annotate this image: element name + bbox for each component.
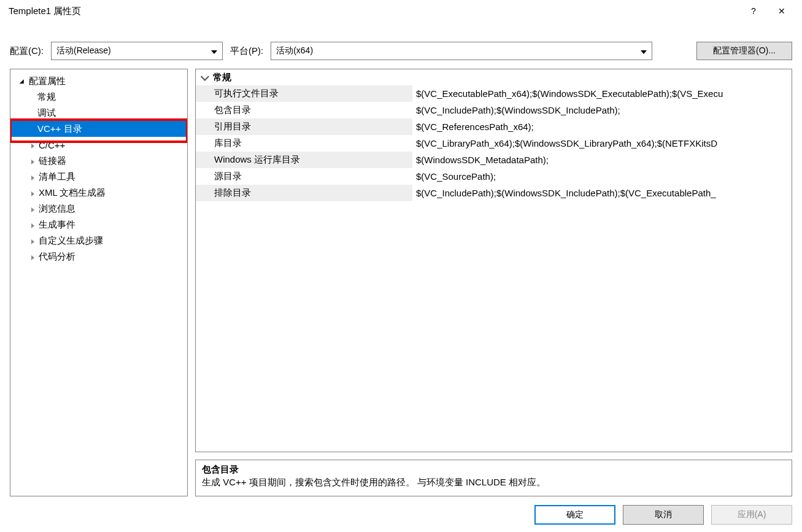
triangle-closed-icon bbox=[28, 236, 37, 246]
config-dropdown[interactable]: 活动(Release) bbox=[51, 42, 223, 60]
right-column: 常规 可执行文件目录 $(VC_ExecutablePath_x64);$(Wi… bbox=[195, 69, 792, 496]
prop-label: 引用目录 bbox=[196, 118, 412, 135]
description-panel: 包含目录 生成 VC++ 项目期间，搜索包含文件时使用的路径。 与环境变量 IN… bbox=[195, 460, 792, 496]
prop-label: 可执行文件目录 bbox=[196, 85, 412, 102]
tree-item-manifest-tool[interactable]: 清单工具 bbox=[10, 169, 187, 185]
tree-item-vcpp-directories[interactable]: VC++ 目录 bbox=[10, 121, 187, 137]
tree-item-label: C/C++ bbox=[39, 140, 65, 150]
tree-item-label: 调试 bbox=[37, 107, 56, 119]
ok-button[interactable]: 确定 bbox=[534, 505, 615, 525]
prop-value[interactable]: $(VC_ReferencesPath_x64); bbox=[412, 118, 792, 135]
dialog-button-row: 确定 取消 应用(A) bbox=[0, 503, 802, 532]
tree-item-label: 浏览信息 bbox=[39, 203, 75, 215]
platform-label: 平台(P): bbox=[230, 45, 263, 57]
tree-item-custom-build-step[interactable]: 自定义生成步骤 bbox=[10, 233, 187, 249]
prop-value[interactable]: $(VC_IncludePath);$(WindowsSDK_IncludePa… bbox=[412, 102, 792, 118]
config-manager-button[interactable]: 配置管理器(O)... bbox=[696, 42, 792, 60]
triangle-closed-icon bbox=[28, 140, 37, 150]
prop-value[interactable]: $(VC_IncludePath);$(WindowsSDK_IncludePa… bbox=[412, 185, 792, 201]
tree-item-browse-info[interactable]: 浏览信息 bbox=[10, 201, 187, 217]
tree-item-xml-doc-generator[interactable]: XML 文档生成器 bbox=[10, 185, 187, 201]
prop-label: 源目录 bbox=[196, 168, 412, 185]
prop-label: 库目录 bbox=[196, 135, 412, 152]
triangle-closed-icon bbox=[28, 156, 37, 166]
config-label: 配置(C): bbox=[10, 45, 44, 57]
triangle-closed-icon bbox=[28, 172, 37, 182]
title-bar: Templete1 属性页 ? ✕ bbox=[0, 0, 802, 22]
prop-row-winrt-dirs[interactable]: Windows 运行库目录 $(WindowsSDK_MetadataPath)… bbox=[196, 152, 792, 168]
tree-root-config-properties[interactable]: 配置属性 bbox=[10, 73, 187, 89]
tree-item-code-analysis[interactable]: 代码分析 bbox=[10, 249, 187, 264]
tree-item-label: 代码分析 bbox=[39, 251, 75, 263]
prop-row-source-dirs[interactable]: 源目录 $(VC_SourcePath); bbox=[196, 168, 792, 185]
tree-root-label: 配置属性 bbox=[29, 75, 66, 87]
prop-label: 包含目录 bbox=[196, 102, 412, 118]
window-title: Templete1 属性页 bbox=[9, 6, 739, 17]
cancel-button[interactable]: 取消 bbox=[623, 505, 704, 525]
chevron-down-icon bbox=[207, 46, 217, 56]
close-button[interactable]: ✕ bbox=[768, 0, 796, 22]
triangle-closed-icon bbox=[28, 252, 37, 262]
content-split: 配置属性 常规 调试 VC++ 目录 C/C++ 链接器 清单工具 bbox=[10, 69, 792, 496]
prop-row-reference-dirs[interactable]: 引用目录 $(VC_ReferencesPath_x64); bbox=[196, 118, 792, 135]
property-group-label: 常规 bbox=[213, 72, 231, 83]
platform-value: 活动(x64) bbox=[276, 45, 313, 56]
tree-item-c-cpp[interactable]: C/C++ bbox=[10, 137, 187, 153]
tree-item-label: XML 文档生成器 bbox=[39, 187, 106, 199]
prop-row-executable-dirs[interactable]: 可执行文件目录 $(VC_ExecutablePath_x64);$(Windo… bbox=[196, 85, 792, 102]
prop-row-library-dirs[interactable]: 库目录 $(VC_LibraryPath_x64);$(WindowsSDK_L… bbox=[196, 135, 792, 152]
prop-value[interactable]: $(VC_LibraryPath_x64);$(WindowsSDK_Libra… bbox=[412, 135, 792, 152]
tree-item-linker[interactable]: 链接器 bbox=[10, 153, 187, 169]
property-grid[interactable]: 常规 可执行文件目录 $(VC_ExecutablePath_x64);$(Wi… bbox=[195, 69, 792, 452]
property-group-header[interactable]: 常规 bbox=[196, 69, 792, 85]
chevron-down-icon bbox=[199, 72, 213, 83]
config-value: 活动(Release) bbox=[56, 45, 111, 56]
prop-value[interactable]: $(VC_SourcePath); bbox=[412, 168, 792, 185]
prop-row-exclude-dirs[interactable]: 排除目录 $(VC_IncludePath);$(WindowsSDK_Incl… bbox=[196, 185, 792, 201]
prop-label: 排除目录 bbox=[196, 185, 412, 201]
tree-item-label: 生成事件 bbox=[39, 219, 75, 231]
config-row: 配置(C): 活动(Release) 平台(P): 活动(x64) 配置管理器(… bbox=[10, 40, 792, 61]
apply-button[interactable]: 应用(A) bbox=[711, 505, 792, 525]
triangle-open-icon bbox=[18, 76, 28, 87]
platform-dropdown[interactable]: 活动(x64) bbox=[271, 42, 652, 60]
triangle-closed-icon bbox=[28, 204, 37, 214]
tree-item-debug[interactable]: 调试 bbox=[10, 105, 187, 121]
prop-value[interactable]: $(VC_ExecutablePath_x64);$(WindowsSDK_Ex… bbox=[412, 85, 792, 102]
tree-item-label: VC++ 目录 bbox=[37, 123, 82, 135]
tree-item-label: 常规 bbox=[37, 91, 56, 103]
triangle-closed-icon bbox=[28, 220, 37, 230]
prop-row-include-dirs[interactable]: 包含目录 $(VC_IncludePath);$(WindowsSDK_Incl… bbox=[196, 102, 792, 118]
prop-value[interactable]: $(WindowsSDK_MetadataPath); bbox=[412, 152, 792, 168]
category-tree[interactable]: 配置属性 常规 调试 VC++ 目录 C/C++ 链接器 清单工具 bbox=[10, 69, 187, 268]
tree-item-build-events[interactable]: 生成事件 bbox=[10, 217, 187, 233]
category-tree-panel: 配置属性 常规 调试 VC++ 目录 C/C++ 链接器 清单工具 bbox=[10, 69, 188, 496]
tree-item-label: 清单工具 bbox=[39, 171, 75, 183]
tree-item-label: 自定义生成步骤 bbox=[39, 235, 103, 247]
prop-label: Windows 运行库目录 bbox=[196, 152, 412, 168]
help-button[interactable]: ? bbox=[739, 0, 768, 22]
tree-item-general[interactable]: 常规 bbox=[10, 89, 187, 105]
chevron-down-icon bbox=[637, 46, 647, 56]
description-heading: 包含目录 bbox=[202, 464, 785, 476]
tree-item-label: 链接器 bbox=[39, 155, 66, 167]
triangle-closed-icon bbox=[28, 188, 37, 198]
description-body: 生成 VC++ 项目期间，搜索包含文件时使用的路径。 与环境变量 INCLUDE… bbox=[202, 477, 785, 488]
